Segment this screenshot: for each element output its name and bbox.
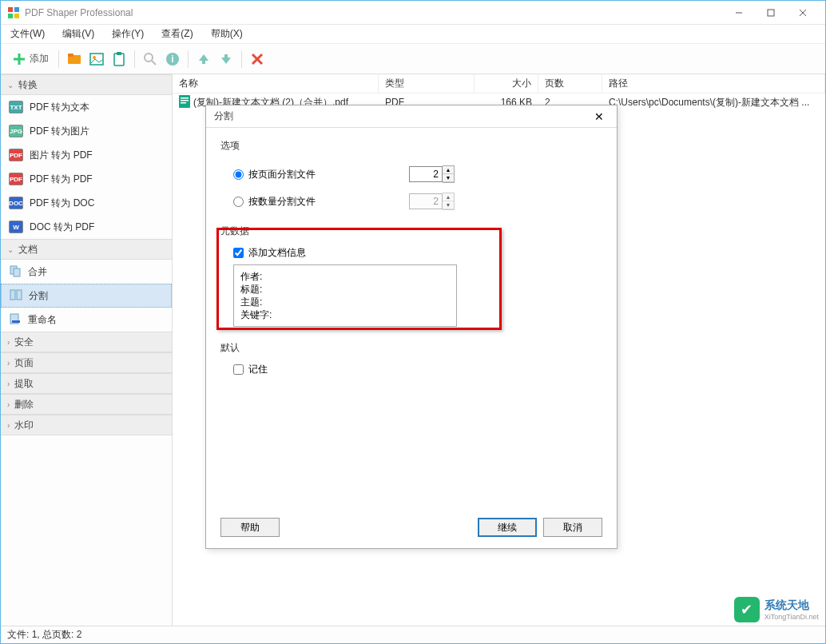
window-titlebar: PDF Shaper Professional xyxy=(1,1,825,25)
item-label: PDF 转为 PDF xyxy=(30,173,93,186)
chevron-right-icon: › xyxy=(7,338,10,347)
svg-rect-5 xyxy=(768,10,774,16)
dialog-title: 分割 xyxy=(214,109,590,123)
arrow-up-icon[interactable] xyxy=(193,49,214,70)
item-label: 分割 xyxy=(29,289,48,303)
chevron-down-icon: ⌄ xyxy=(7,245,14,254)
minimize-button[interactable] xyxy=(723,2,755,24)
sidebar-item-pdf-to-image[interactable]: JPGPDF 转为图片 xyxy=(1,119,172,143)
col-path[interactable]: 路径 xyxy=(602,74,825,93)
cancel-button[interactable]: 取消 xyxy=(543,518,602,537)
svg-rect-31 xyxy=(181,102,186,104)
remember-checkbox[interactable]: 记住 xyxy=(233,363,602,376)
svg-rect-30 xyxy=(181,100,189,101)
menu-file[interactable]: 文件(W) xyxy=(7,26,48,42)
page-count-input[interactable] xyxy=(409,166,443,182)
svg-rect-14 xyxy=(114,54,124,66)
sidebar-item-image-to-pdf[interactable]: PDF图片 转为 PDF xyxy=(1,143,172,167)
continue-button[interactable]: 继续 xyxy=(478,518,537,537)
spin-down-icon[interactable]: ▼ xyxy=(443,201,454,209)
group-delete[interactable]: ›删除 xyxy=(1,394,172,415)
svg-rect-11 xyxy=(68,54,73,57)
sidebar-item-rename[interactable]: 重命名 xyxy=(1,308,172,332)
split-dialog: 分割 ✕ 选项 按页面分割文件 ▲▼ 按数量分割文件 ▲▼ xyxy=(205,105,618,549)
item-label: 合并 xyxy=(28,265,47,279)
sidebar-item-doc-to-pdf[interactable]: WDOC 转为 PDF xyxy=(1,215,172,239)
split-by-count-label: 按数量分割文件 xyxy=(248,195,316,209)
add-doc-info-checkbox[interactable]: 添加文档信息 xyxy=(233,246,602,260)
info-icon[interactable]: i xyxy=(162,49,183,70)
sidebar-item-pdf-to-doc[interactable]: DOCPDF 转为 DOC xyxy=(1,191,172,215)
folder-icon[interactable] xyxy=(64,49,85,70)
sidebar-item-pdf-to-text[interactable]: TXTPDF 转为文本 xyxy=(1,95,172,119)
split-by-page-radio[interactable]: 按页面分割文件 xyxy=(233,168,409,181)
col-name[interactable]: 名称 xyxy=(173,74,379,93)
col-size[interactable]: 大小 xyxy=(475,74,538,93)
svg-rect-25 xyxy=(17,290,22,300)
count-spinner[interactable]: ▲▼ xyxy=(409,193,455,210)
sidebar-item-split[interactable]: 分割 xyxy=(1,284,172,308)
remember-label: 记住 xyxy=(248,363,268,376)
close-button[interactable] xyxy=(787,2,819,24)
chevron-right-icon: › xyxy=(7,380,10,388)
pdf-icon: PDF xyxy=(9,173,23,185)
menu-view[interactable]: 查看(Z) xyxy=(158,26,196,42)
group-convert-label: 转换 xyxy=(18,78,38,92)
group-security[interactable]: ›安全 xyxy=(1,332,172,352)
menu-help[interactable]: 帮助(X) xyxy=(208,26,246,42)
group-convert[interactable]: ⌄ 转换 xyxy=(1,74,172,95)
group-document[interactable]: ⌄ 文档 xyxy=(1,239,172,260)
chevron-down-icon: ⌄ xyxy=(7,81,14,89)
metadata-section-label: 元数据 xyxy=(220,225,602,238)
spin-down-icon[interactable]: ▼ xyxy=(443,174,454,182)
file-path: C:\Users\pc\Documents\(复制)-新建文本文档 ... xyxy=(602,96,825,109)
metadata-box: 作者: 标题: 主题: 关键字: xyxy=(233,264,457,327)
add-label: 添加 xyxy=(30,52,49,66)
svg-rect-15 xyxy=(117,52,121,55)
search-icon[interactable] xyxy=(140,49,161,70)
sidebar-item-pdf-to-pdf[interactable]: PDFPDF 转为 PDF xyxy=(1,167,172,191)
file-count-input[interactable] xyxy=(409,193,443,209)
menu-action[interactable]: 操作(Y) xyxy=(109,26,147,42)
word-icon: W xyxy=(9,221,23,233)
add-button[interactable]: 添加 xyxy=(7,49,54,70)
sidebar-item-merge[interactable]: 合并 xyxy=(1,260,172,284)
col-pages[interactable]: 页数 xyxy=(538,74,602,93)
delete-icon[interactable] xyxy=(247,49,268,70)
svg-point-16 xyxy=(145,54,153,62)
svg-rect-2 xyxy=(8,14,13,18)
chevron-right-icon: › xyxy=(7,421,10,430)
dialog-close-button[interactable]: ✕ xyxy=(590,109,609,125)
arrow-down-icon[interactable] xyxy=(216,49,236,70)
maximize-button[interactable] xyxy=(755,2,787,24)
app-logo-icon xyxy=(7,6,20,19)
status-text: 文件: 1, 总页数: 2 xyxy=(7,628,81,642)
group-page[interactable]: ›页面 xyxy=(1,352,172,373)
svg-rect-12 xyxy=(90,54,103,65)
page-spinner[interactable]: ▲▼ xyxy=(409,165,455,183)
watermark-url: XiTongTianDi.net xyxy=(764,613,819,621)
options-section-label: 选项 xyxy=(220,139,602,153)
spin-up-icon[interactable]: ▲ xyxy=(443,166,454,174)
spin-up-icon[interactable]: ▲ xyxy=(443,193,454,201)
svg-rect-1 xyxy=(14,7,19,12)
sidebar: ⌄ 转换 TXTPDF 转为文本 JPGPDF 转为图片 PDF图片 转为 PD… xyxy=(1,74,173,626)
clipboard-icon[interactable] xyxy=(109,49,129,70)
svg-rect-28 xyxy=(179,95,190,108)
group-watermark-label: 水印 xyxy=(14,419,34,432)
group-delete-label: 删除 xyxy=(14,398,34,411)
image-icon[interactable] xyxy=(86,49,107,70)
help-button[interactable]: 帮助 xyxy=(220,518,280,537)
meta-keywords-label: 关键字: xyxy=(240,308,336,322)
split-by-count-radio[interactable]: 按数量分割文件 xyxy=(233,195,409,209)
statusbar: 文件: 1, 总页数: 2 xyxy=(1,626,825,643)
menu-edit[interactable]: 编辑(V) xyxy=(59,26,97,42)
separator xyxy=(134,50,135,68)
group-watermark[interactable]: ›水印 xyxy=(1,415,172,435)
col-type[interactable]: 类型 xyxy=(379,74,475,93)
menubar: 文件(W) 编辑(V) 操作(Y) 查看(Z) 帮助(X) xyxy=(1,25,825,44)
item-label: PDF 转为文本 xyxy=(30,101,89,114)
group-extract[interactable]: ›提取 xyxy=(1,373,172,394)
columns-header: 名称 类型 大小 页数 路径 xyxy=(173,74,825,93)
group-extract-label: 提取 xyxy=(14,377,34,391)
